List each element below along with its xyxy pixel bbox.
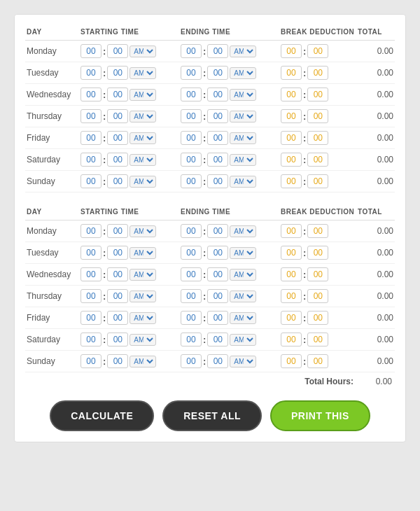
end-ampm-select[interactable]: AMPM [230, 334, 256, 346]
start-ampm-select[interactable]: AMPM [130, 247, 156, 259]
end-hours-input[interactable] [181, 44, 202, 58]
start-ampm-select[interactable]: AMPM [130, 89, 156, 101]
break-hours-input[interactable] [281, 153, 302, 167]
break-minutes-input[interactable] [307, 131, 328, 145]
break-hours-input[interactable] [281, 332, 302, 346]
start-minutes-input[interactable] [107, 174, 128, 188]
break-hours-input[interactable] [281, 109, 302, 123]
end-minutes-input[interactable] [207, 354, 228, 368]
break-hours-input[interactable] [281, 88, 302, 102]
end-hours-input[interactable] [181, 174, 202, 188]
end-minutes-input[interactable] [207, 174, 228, 188]
end-ampm-select[interactable]: AMPM [230, 225, 256, 237]
start-hours-input[interactable] [80, 311, 102, 325]
start-hours-input[interactable] [80, 44, 102, 58]
break-hours-input[interactable] [281, 44, 302, 58]
end-minutes-input[interactable] [207, 311, 228, 325]
end-hours-input[interactable] [181, 224, 202, 238]
break-hours-input[interactable] [281, 267, 302, 281]
end-minutes-input[interactable] [207, 44, 228, 58]
start-minutes-input[interactable] [107, 311, 128, 325]
end-minutes-input[interactable] [207, 66, 228, 80]
break-hours-input[interactable] [281, 289, 302, 303]
end-ampm-select[interactable]: AMPM [230, 312, 256, 324]
end-minutes-input[interactable] [207, 153, 228, 167]
end-ampm-select[interactable]: AMPM [230, 247, 256, 259]
start-minutes-input[interactable] [107, 332, 128, 346]
end-hours-input[interactable] [181, 267, 202, 281]
break-minutes-input[interactable] [307, 109, 328, 123]
end-minutes-input[interactable] [207, 289, 228, 303]
start-ampm-select[interactable]: AMPM [130, 154, 156, 166]
break-hours-input[interactable] [281, 224, 302, 238]
end-minutes-input[interactable] [207, 332, 228, 346]
start-ampm-select[interactable]: AMPM [130, 225, 156, 237]
print-button[interactable]: PRINT THIS [270, 400, 370, 431]
break-minutes-input[interactable] [307, 289, 328, 303]
start-ampm-select[interactable]: AMPM [130, 176, 156, 188]
start-hours-input[interactable] [80, 131, 102, 145]
end-hours-input[interactable] [181, 88, 202, 102]
start-minutes-input[interactable] [107, 66, 128, 80]
end-ampm-select[interactable]: AMPM [230, 290, 256, 302]
start-minutes-input[interactable] [107, 354, 128, 368]
start-hours-input[interactable] [80, 66, 102, 80]
start-ampm-select[interactable]: AMPM [130, 334, 156, 346]
start-hours-input[interactable] [80, 332, 102, 346]
end-hours-input[interactable] [181, 131, 202, 145]
start-hours-input[interactable] [80, 88, 102, 102]
end-ampm-select[interactable]: AMPM [230, 154, 256, 166]
break-minutes-input[interactable] [307, 88, 328, 102]
break-hours-input[interactable] [281, 311, 302, 325]
start-minutes-input[interactable] [107, 289, 128, 303]
start-minutes-input[interactable] [107, 44, 128, 58]
break-hours-input[interactable] [281, 174, 302, 188]
start-minutes-input[interactable] [107, 131, 128, 145]
break-hours-input[interactable] [281, 66, 302, 80]
break-minutes-input[interactable] [307, 44, 328, 58]
start-ampm-select[interactable]: AMPM [130, 356, 156, 368]
end-ampm-select[interactable]: AMPM [230, 89, 256, 101]
break-minutes-input[interactable] [307, 224, 328, 238]
end-hours-input[interactable] [181, 289, 202, 303]
start-hours-input[interactable] [80, 246, 102, 260]
start-ampm-select[interactable]: AMPM [130, 290, 156, 302]
end-minutes-input[interactable] [207, 267, 228, 281]
end-ampm-select[interactable]: AMPM [230, 356, 256, 368]
start-minutes-input[interactable] [107, 267, 128, 281]
break-minutes-input[interactable] [307, 311, 328, 325]
end-hours-input[interactable] [181, 109, 202, 123]
start-hours-input[interactable] [80, 289, 102, 303]
end-minutes-input[interactable] [207, 88, 228, 102]
break-minutes-input[interactable] [307, 66, 328, 80]
end-ampm-select[interactable]: AMPM [230, 111, 256, 122]
end-ampm-select[interactable]: AMPM [230, 132, 256, 144]
start-hours-input[interactable] [80, 174, 102, 188]
start-minutes-input[interactable] [107, 246, 128, 260]
break-minutes-input[interactable] [307, 267, 328, 281]
calculate-button[interactable]: CALCULATE [50, 400, 154, 431]
start-minutes-input[interactable] [107, 88, 128, 102]
start-minutes-input[interactable] [107, 153, 128, 167]
break-hours-input[interactable] [281, 354, 302, 368]
end-ampm-select[interactable]: AMPM [230, 176, 256, 188]
end-ampm-select[interactable]: AMPM [230, 67, 256, 79]
break-minutes-input[interactable] [307, 174, 328, 188]
break-minutes-input[interactable] [307, 332, 328, 346]
end-hours-input[interactable] [181, 332, 202, 346]
break-minutes-input[interactable] [307, 354, 328, 368]
end-minutes-input[interactable] [207, 224, 228, 238]
end-hours-input[interactable] [181, 153, 202, 167]
end-minutes-input[interactable] [207, 246, 228, 260]
start-minutes-input[interactable] [107, 224, 128, 238]
start-ampm-select[interactable]: AMPM [130, 312, 156, 324]
break-minutes-input[interactable] [307, 246, 328, 260]
start-hours-input[interactable] [80, 354, 102, 368]
start-hours-input[interactable] [80, 224, 102, 238]
break-hours-input[interactable] [281, 131, 302, 145]
start-ampm-select[interactable]: AMPM [130, 111, 156, 122]
start-ampm-select[interactable]: AMPM [130, 132, 156, 144]
end-hours-input[interactable] [181, 66, 202, 80]
start-ampm-select[interactable]: AMPM [130, 46, 156, 57]
start-hours-input[interactable] [80, 109, 102, 123]
